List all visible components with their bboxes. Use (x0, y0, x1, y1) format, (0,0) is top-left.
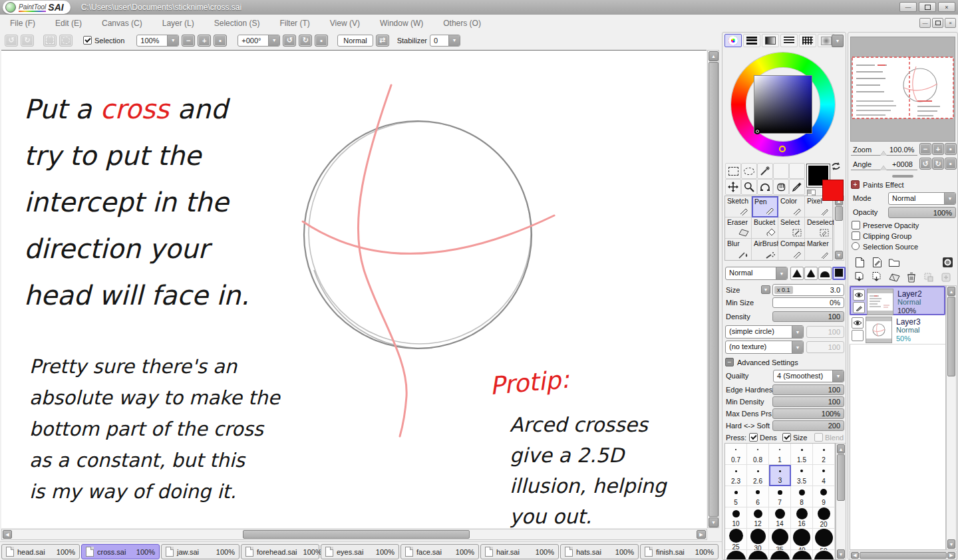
menu-window[interactable]: Window (W) (370, 19, 433, 28)
brush-size-option[interactable]: 30 (747, 529, 769, 550)
chevron-down-icon[interactable]: ▼ (448, 35, 460, 46)
min-size-slider[interactable]: 0% (772, 297, 844, 308)
selection-checkbox[interactable] (83, 36, 92, 45)
layer-visibility-toggle[interactable] (853, 289, 865, 301)
navigator-preview[interactable] (850, 37, 955, 142)
tool-pen[interactable]: Pen (752, 196, 778, 217)
delete-layer-button[interactable] (904, 271, 919, 283)
selection-move-button[interactable] (59, 35, 73, 47)
apply-mask-button-disabled[interactable] (939, 271, 953, 283)
edge-hardness-slider[interactable]: 100 (772, 384, 844, 395)
tool-eraser[interactable]: Eraser (725, 217, 752, 239)
marquee-select-tool[interactable] (725, 163, 741, 179)
saturation-value-square[interactable] (754, 75, 812, 134)
lasso-select-tool[interactable] (741, 163, 757, 179)
maximize-button[interactable] (919, 2, 936, 12)
menu-layer[interactable]: Layer (L) (152, 19, 204, 28)
menu-filter[interactable]: Filter (T) (269, 19, 319, 28)
preserve-opacity-checkbox[interactable] (852, 221, 860, 229)
scroll-left-icon[interactable]: ◀ (851, 552, 859, 559)
scroll-up-icon[interactable]: ▲ (709, 51, 718, 61)
tool-deselect[interactable]: Deselect (805, 217, 832, 239)
layer-row-layer3[interactable]: Layer3 Normal 50% (850, 315, 945, 345)
background-color-swatch[interactable] (822, 180, 844, 201)
nav-angle-reset-button[interactable]: ▪ (945, 158, 957, 170)
scroll-up-icon[interactable]: ▲ (837, 444, 845, 454)
brush-size-option[interactable]: 35 (769, 529, 791, 550)
nav-zoom-reset-button[interactable]: ▪ (945, 143, 957, 155)
layer-panel-hscrollbar[interactable]: ◀ ▶ (850, 551, 957, 560)
paints-effect-collapse-button[interactable]: + (851, 180, 860, 189)
brush-size-option[interactable]: 0.8 (747, 444, 769, 465)
paint-mode-button[interactable]: Normal (337, 35, 373, 47)
tip-shape-round-triangle[interactable] (804, 267, 818, 280)
swatches-tab[interactable] (799, 34, 816, 47)
nav-rotate-ccw-button[interactable]: ↺ (919, 158, 931, 170)
tab-cross[interactable]: cross.sai100% (81, 544, 160, 559)
press-size-checkbox[interactable] (782, 433, 791, 442)
min-density-slider[interactable]: 100 (772, 396, 844, 407)
tool-sketch[interactable]: Sketch (725, 196, 752, 217)
brush-size-scrollbar[interactable]: ▲ ▼ (836, 443, 846, 560)
tool-select[interactable]: Select (778, 217, 805, 239)
brush-size-option[interactable] (791, 550, 813, 560)
eyedropper-tool[interactable] (789, 179, 805, 195)
brush-size-option[interactable]: 0.7 (725, 444, 747, 465)
scroll-down-icon[interactable]: ▼ (837, 549, 845, 559)
scroll-down-icon[interactable]: ▼ (709, 517, 718, 527)
brush-size-option[interactable]: 7 (769, 486, 791, 507)
chevron-down-icon[interactable]: ▼ (792, 326, 803, 338)
new-layer-button[interactable] (852, 256, 867, 269)
quality-dropdown[interactable]: 4 (Smoothest)▼ (773, 370, 844, 382)
clipping-group-checkbox[interactable] (852, 231, 860, 240)
menu-others[interactable]: Others (O) (433, 19, 491, 28)
undo-button[interactable]: ↺ (5, 35, 18, 47)
menu-edit[interactable]: Edit (E) (45, 19, 92, 28)
brush-size-option-selected[interactable]: 3 (769, 465, 791, 486)
tool-grid-scrollbar[interactable]: ▲ ▼ (834, 196, 844, 261)
rotate-cw-button[interactable]: ↻ (299, 35, 312, 47)
drawing-canvas[interactable]: Put a cross and try to put the intercept… (1, 50, 707, 528)
angle-slider-handle[interactable] (880, 166, 887, 170)
menu-selection[interactable]: Selection (S) (204, 19, 270, 28)
brush-size-option[interactable]: 5 (725, 486, 747, 507)
vscroll-thumb[interactable] (709, 62, 718, 517)
doc-close-button[interactable]: × (945, 18, 956, 28)
brush-size-option[interactable]: 8 (791, 486, 813, 507)
stabilizer-combo[interactable]: 0 ▼ (430, 35, 460, 47)
move-tool[interactable] (725, 179, 741, 195)
menu-file[interactable]: File (F) (0, 19, 45, 28)
tab-face[interactable]: face.sai100% (400, 544, 479, 559)
layer-opacity-slider[interactable]: 100% (888, 207, 956, 218)
chevron-down-icon[interactable]: ▼ (944, 193, 955, 204)
selection-source-radio[interactable] (852, 242, 860, 250)
rgb-slider-tab[interactable] (743, 34, 760, 47)
tip-shape-square[interactable] (832, 267, 846, 280)
advanced-settings-collapse-button[interactable]: − (725, 358, 734, 366)
brush-shape-dropdown[interactable]: (simple circle)▼ (725, 325, 804, 339)
press-blend-checkbox[interactable] (814, 433, 823, 442)
canvas-vscrollbar[interactable]: ▲ ▼ (707, 50, 719, 528)
brush-size-option[interactable]: 6 (747, 486, 769, 507)
brush-size-option[interactable] (769, 550, 791, 560)
new-linework-layer-button[interactable] (870, 256, 884, 269)
brush-size-option[interactable]: 1 (769, 444, 791, 465)
brush-size-option[interactable]: 2.6 (747, 465, 769, 486)
size-slider[interactable]: x 0.1 3.0 (772, 284, 844, 296)
angle-combo[interactable]: +000° ▼ (238, 35, 280, 47)
brush-size-option[interactable]: 4 (813, 465, 835, 486)
layer-mode-dropdown[interactable]: Normal▼ (888, 192, 956, 205)
hard-soft-slider[interactable]: 200 (772, 420, 844, 431)
hsv-slider-tab[interactable] (762, 34, 779, 47)
doc-restore-button[interactable] (932, 18, 943, 28)
brush-size-option[interactable]: 2.3 (725, 465, 747, 486)
layer-mask-button[interactable] (940, 256, 955, 269)
brush-size-option[interactable]: 14 (769, 507, 791, 529)
zoom-tool[interactable] (741, 179, 757, 195)
scroll-up-icon[interactable]: ▲ (947, 287, 955, 296)
brush-texture-dropdown[interactable]: (no texture)▼ (725, 341, 804, 354)
doc-minimize-button[interactable]: — (919, 18, 931, 28)
tip-shape-triangle[interactable] (790, 267, 804, 280)
max-dens-slider[interactable]: 100% (772, 408, 844, 419)
layer-row-layer2[interactable]: Layer2 Normal 100% (850, 286, 945, 315)
